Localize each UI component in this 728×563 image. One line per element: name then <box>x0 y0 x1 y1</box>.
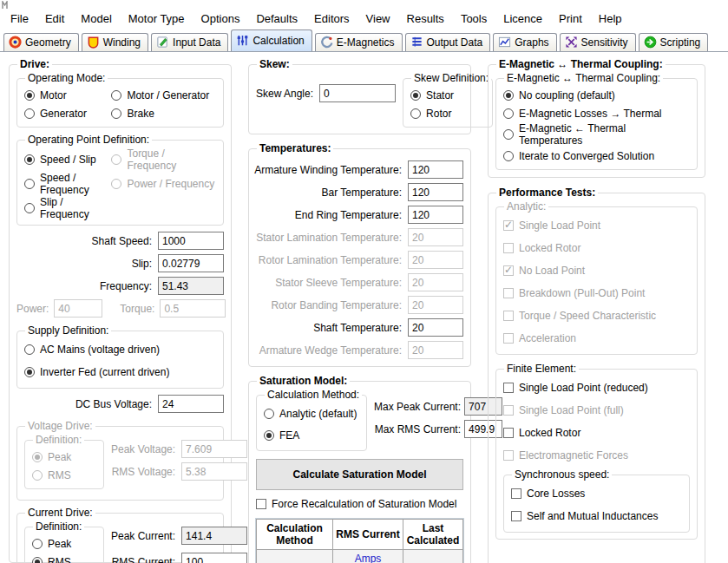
radio-generator[interactable]: Generator <box>24 104 111 122</box>
option-label: Locked Rotor <box>519 427 580 439</box>
radio-fea[interactable]: FEA <box>264 424 359 446</box>
menu-print[interactable]: Print <box>556 11 585 26</box>
checkbox-indicator <box>503 450 514 461</box>
option-label: Brake <box>127 108 154 120</box>
menu-motor-type[interactable]: Motor Type <box>126 11 187 26</box>
shaft-speed-input[interactable] <box>158 232 224 250</box>
radio-power-frequency: Power / Frequency <box>111 172 216 196</box>
option-label: Acceleration <box>519 332 576 344</box>
radio-speed-slip[interactable]: Speed / Slip <box>24 147 111 172</box>
synchronous-speed-group: Synchronous speed: Core Losses Self and … <box>503 468 690 533</box>
force-recalc-checkbox[interactable]: Force Recalculation of Saturation Model <box>256 495 463 513</box>
units-blank <box>257 550 333 563</box>
menu-results[interactable]: Results <box>404 11 447 26</box>
end-ring-temperature-input[interactable] <box>408 206 463 224</box>
radio-ac-mains[interactable]: AC Mains (voltage driven) <box>24 338 216 361</box>
tab-label: Winding <box>103 36 141 49</box>
emagnetic-thermal-coupling-group: E-Magnetic ↔ Thermal Coupling: E-Magneti… <box>488 58 705 178</box>
tab-bar: Geometry Winding Input Data Calculation … <box>0 30 728 52</box>
dc-bus-voltage-input[interactable] <box>158 395 224 413</box>
slip-row: Slip: <box>16 254 224 272</box>
armature-winding-temperature-input[interactable] <box>408 160 463 179</box>
check-single-load-reduced[interactable]: Single Load Point (reduced) <box>503 376 690 399</box>
tab-geometry[interactable]: Geometry <box>3 33 79 51</box>
radio-skew-rotor[interactable]: Rotor <box>410 104 485 122</box>
peak-voltage-row: Peak Voltage: <box>111 440 247 458</box>
menu-edit[interactable]: Edit <box>43 11 67 26</box>
option-label: Motor <box>40 89 67 101</box>
option-label: Speed / Slip <box>40 154 96 166</box>
radio-losses-to-thermal[interactable]: E-Magnetic Losses → Thermal <box>503 104 690 122</box>
finite-element-group: Finite Element: Single Load Point (reduc… <box>495 363 698 540</box>
radio-motor[interactable]: Motor <box>24 86 111 104</box>
winding-icon <box>87 36 100 49</box>
tab-scripting[interactable]: Scripting <box>639 33 709 51</box>
radio-indicator <box>503 108 514 119</box>
skew-angle-label: Skew Angle: <box>256 88 313 100</box>
frequency-output <box>158 277 224 295</box>
radio-thermal-temperatures[interactable]: E-Magnetic ← Thermal Temperatures <box>503 122 690 147</box>
current-drive-title: Current Drive: <box>25 507 95 519</box>
temperature-row: Stator Lamination Temperature: <box>256 228 463 246</box>
radio-indicator <box>24 367 35 377</box>
radio-skew-stator[interactable]: Stator <box>410 86 485 104</box>
slip-input[interactable] <box>158 254 224 272</box>
calculate-saturation-button[interactable]: Calculate Saturation Model <box>256 459 463 490</box>
check-self-mutual-inductances[interactable]: Self and Mutual Inductances <box>511 505 682 527</box>
menu-defaults[interactable]: Defaults <box>253 11 300 26</box>
checkbox-indicator <box>511 511 521 521</box>
skew-angle-input[interactable] <box>319 84 396 102</box>
tab-graphs[interactable]: Graphs <box>493 33 556 51</box>
menu-model[interactable]: Model <box>78 11 114 26</box>
radio-indicator <box>410 90 421 101</box>
tab-e-magnetics[interactable]: E-Magnetics <box>315 33 403 51</box>
shaft-temperature-input[interactable] <box>408 318 463 337</box>
calculation-icon <box>236 34 249 47</box>
bar-temperature-input[interactable] <box>408 183 463 201</box>
radio-analytic[interactable]: Analytic (default) <box>264 403 359 424</box>
radio-iterate-converged[interactable]: Iterate to Converged Solution <box>503 147 690 165</box>
menu-licence[interactable]: Licence <box>501 11 545 26</box>
tab-input-data[interactable]: Input Data <box>151 33 228 51</box>
checkbox-indicator <box>503 311 514 321</box>
check-locked-rotor-fe[interactable]: Locked Rotor <box>503 422 690 444</box>
tab-output-data[interactable]: Output Data <box>405 33 491 51</box>
radio-brake[interactable]: Brake <box>111 104 216 122</box>
menu-tools[interactable]: Tools <box>458 11 489 26</box>
radio-indicator <box>32 539 43 549</box>
rms-current-input[interactable] <box>181 553 247 563</box>
input-data-icon <box>156 36 169 49</box>
menu-bar: File Edit Model Motor Type Options Defau… <box>0 10 728 30</box>
tab-calculation[interactable]: Calculation <box>231 29 312 51</box>
finite-element-title: Finite Element: <box>504 363 579 375</box>
performance-tests-group: Performance Tests: Analytic: Single Load… <box>488 187 705 563</box>
skew-definition-group: Skew Definition: Stator Rotor <box>403 72 493 128</box>
rotor-lamination-temperature-input <box>408 251 463 269</box>
menu-view[interactable]: View <box>364 11 393 26</box>
option-label: Speed / Frequency <box>40 172 111 196</box>
temperatures-group: Temperatures: Armature Winding Temperatu… <box>248 142 471 367</box>
radio-inverter-fed[interactable]: Inverter Fed (current driven) <box>24 361 216 383</box>
menu-editors[interactable]: Editors <box>312 11 351 26</box>
tab-winding[interactable]: Winding <box>82 33 148 51</box>
check-single-load-point: Single Load Point <box>503 214 690 237</box>
max-peak-current-label: Max Peak Current: <box>374 401 461 413</box>
app-window-icon <box>2 1 14 10</box>
radio-indicator <box>111 154 121 165</box>
radio-slip-frequency[interactable]: Slip / Frequency <box>24 196 111 220</box>
option-label: Single Load Point <box>519 219 600 232</box>
shaft-speed-row: Shaft Speed: <box>16 232 224 250</box>
voltage-drive-title: Voltage Drive: <box>25 420 95 432</box>
radio-speed-frequency[interactable]: Speed / Frequency <box>24 172 111 196</box>
radio-motor-generator[interactable]: Motor / Generator <box>111 86 216 104</box>
menu-help[interactable]: Help <box>596 11 625 26</box>
radio-current-peak[interactable]: Peak <box>32 534 96 553</box>
radio-no-coupling[interactable]: No coupling (default) <box>503 86 690 104</box>
radio-current-rms[interactable]: RMS <box>32 553 96 563</box>
check-core-losses[interactable]: Core Losses <box>511 482 682 505</box>
bar-temperature-label: Bar Temperature: <box>322 187 403 199</box>
menu-options[interactable]: Options <box>199 11 243 26</box>
option-label: Power / Frequency <box>127 178 214 190</box>
tab-sensitivity[interactable]: Sensitivity <box>560 33 636 51</box>
menu-file[interactable]: File <box>8 11 31 26</box>
